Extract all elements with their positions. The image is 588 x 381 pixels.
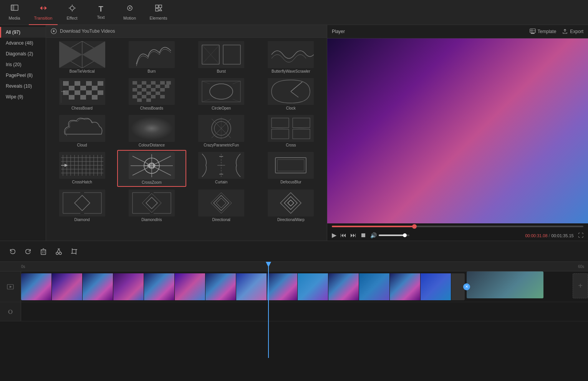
export-button[interactable]: Export bbox=[562, 28, 583, 35]
fullscreen-button[interactable]: ⛶ bbox=[578, 232, 583, 238]
redo-button[interactable] bbox=[21, 245, 35, 258]
progress-fill bbox=[332, 226, 414, 227]
sidebar-item-advance[interactable]: Advance (48) bbox=[0, 38, 46, 48]
svg-rect-159 bbox=[41, 250, 46, 255]
transition-diamond2[interactable]: DiamondIris bbox=[117, 188, 186, 224]
transition-chessboards[interactable]: ChessBoards bbox=[117, 76, 186, 112]
delete-button[interactable] bbox=[36, 245, 50, 258]
add-clip-button[interactable]: + bbox=[573, 273, 588, 298]
transition-curtain[interactable]: Curtain bbox=[187, 150, 256, 187]
skip-back-button[interactable]: ⏮ bbox=[340, 232, 346, 239]
svg-rect-65 bbox=[160, 95, 165, 98]
transition-marker[interactable]: ✕ bbox=[463, 283, 470, 290]
svg-rect-66 bbox=[137, 98, 142, 102]
svg-rect-48 bbox=[151, 81, 156, 85]
transition-crosszoom[interactable]: CrossZoom bbox=[117, 150, 186, 187]
transition-burn[interactable]: Burn bbox=[117, 39, 186, 75]
toolbar-elements[interactable]: Elements bbox=[144, 0, 173, 25]
video-track-content[interactable]: ✕ + bbox=[21, 271, 588, 302]
current-time: 00:00:31.08 bbox=[525, 233, 547, 238]
player-controls: ▶ ⏮ ⏭ ⏹ 🔊 00:00:31.08 / 00:01:35.15 bbox=[327, 230, 588, 241]
main-video-strip[interactable] bbox=[21, 273, 465, 300]
video-thumb-7 bbox=[205, 273, 236, 300]
download-bar[interactable]: Download YouTube Videos bbox=[46, 25, 327, 38]
sidebar-item-wipe[interactable]: Wipe (9) bbox=[0, 92, 46, 102]
progress-handle[interactable] bbox=[412, 224, 417, 229]
second-video-strip[interactable] bbox=[467, 271, 543, 298]
transition-diamond4[interactable]: DirectionalWarp bbox=[257, 188, 325, 224]
svg-rect-30 bbox=[63, 81, 69, 86]
progress-bar[interactable] bbox=[332, 226, 583, 227]
volume-handle[interactable] bbox=[403, 233, 407, 237]
transition-colourdistance[interactable]: ColourDistance bbox=[117, 113, 186, 149]
transition-panel[interactable]: Download YouTube Videos BowTieVertical B… bbox=[46, 25, 327, 241]
svg-rect-57 bbox=[151, 88, 156, 92]
transition-cross[interactable]: Cross bbox=[257, 113, 325, 149]
volume-bar[interactable] bbox=[379, 235, 409, 236]
undo-button[interactable] bbox=[6, 245, 20, 258]
svg-rect-42 bbox=[80, 95, 86, 100]
svg-rect-49 bbox=[160, 81, 165, 85]
transition-butterflywavescrawler[interactable]: ButterflyWaveScrawler bbox=[257, 39, 325, 75]
video-thumb-8 bbox=[236, 273, 267, 300]
transition-clock[interactable]: Clock bbox=[257, 76, 325, 112]
transition-chessboard[interactable]: ChessBoard bbox=[48, 76, 116, 112]
transition-defocusblur[interactable]: DefocusBlur bbox=[257, 150, 325, 187]
svg-line-166 bbox=[57, 249, 59, 252]
svg-rect-36 bbox=[92, 86, 98, 90]
svg-marker-175 bbox=[10, 286, 12, 288]
svg-rect-63 bbox=[142, 95, 146, 98]
sidebar-item-reveals[interactable]: Reveals (10) bbox=[0, 81, 46, 92]
transition-burst[interactable]: Burst bbox=[187, 39, 256, 75]
name-diamond1: Diamond bbox=[75, 218, 90, 222]
timeline-ruler: 0s 60s bbox=[0, 262, 588, 271]
svg-rect-62 bbox=[133, 95, 137, 98]
video-track-icon bbox=[7, 283, 14, 291]
sidebar-item-diagonals[interactable]: Diagonals (2) bbox=[0, 48, 46, 59]
name-cloud: Cloud bbox=[77, 143, 87, 147]
thumb-crazyparametricfun bbox=[198, 115, 244, 142]
cut-button[interactable] bbox=[52, 245, 66, 258]
template-button[interactable]: Template bbox=[530, 28, 557, 35]
name-defocusblur: DefocusBlur bbox=[280, 180, 301, 184]
thumb-chessboard bbox=[59, 78, 105, 105]
export-label: Export bbox=[570, 29, 583, 34]
thumb-cloud bbox=[59, 115, 105, 142]
second-clip-thumb bbox=[467, 271, 543, 298]
name-chessboard: ChessBoard bbox=[71, 106, 93, 110]
transition-diamond1[interactable]: Diamond bbox=[48, 188, 116, 224]
video-thumb-5 bbox=[144, 273, 175, 300]
toolbar-effect[interactable]: Effect bbox=[58, 0, 86, 25]
sidebar-item-pagepeel[interactable]: PagePeel (8) bbox=[0, 70, 46, 81]
toolbar-media[interactable]: Media bbox=[0, 0, 29, 25]
toolbar-motion[interactable]: Motion bbox=[115, 0, 144, 25]
toolbar-text[interactable]: T Text bbox=[86, 0, 115, 25]
stop-button[interactable]: ⏹ bbox=[360, 232, 366, 239]
transition-cloud[interactable]: Cloud bbox=[48, 113, 116, 149]
transitions-grid: BowTieVertical Burn Burst bbox=[46, 38, 327, 225]
transition-circleopen[interactable]: CircleOpen bbox=[187, 76, 256, 112]
player-header: Player Template bbox=[327, 25, 588, 38]
svg-rect-85 bbox=[268, 115, 314, 142]
svg-line-167 bbox=[59, 249, 60, 252]
skip-forward-button[interactable]: ⏭ bbox=[350, 232, 356, 239]
download-icon bbox=[51, 28, 57, 34]
thumb-cross bbox=[268, 115, 314, 142]
transition-crazyparametricfun[interactable]: CrazyParametricFun bbox=[187, 113, 256, 149]
video-track-header bbox=[0, 271, 21, 302]
name-bowtievertical: BowTieVertical bbox=[70, 69, 95, 73]
toolbar-transition[interactable]: Transition bbox=[29, 0, 58, 25]
svg-rect-32 bbox=[86, 81, 92, 86]
play-button[interactable]: ▶ bbox=[332, 231, 336, 239]
transition-icon bbox=[39, 4, 48, 14]
volume-icon[interactable]: 🔊 bbox=[370, 232, 377, 238]
transition-crosshatch[interactable]: CrossHatch bbox=[48, 150, 116, 187]
sidebar-item-iris[interactable]: Iris (20) bbox=[0, 59, 46, 70]
sidebar-item-all[interactable]: All (97) bbox=[0, 27, 46, 38]
name-diamond3: Directional bbox=[212, 218, 230, 222]
transition-diamond3[interactable]: Directional bbox=[187, 188, 256, 224]
total-time: 00:01:35.15 bbox=[552, 233, 574, 238]
volume-fill bbox=[379, 235, 405, 236]
crop-button[interactable] bbox=[67, 245, 81, 258]
transition-bowtievertical[interactable]: BowTieVertical bbox=[48, 39, 116, 75]
